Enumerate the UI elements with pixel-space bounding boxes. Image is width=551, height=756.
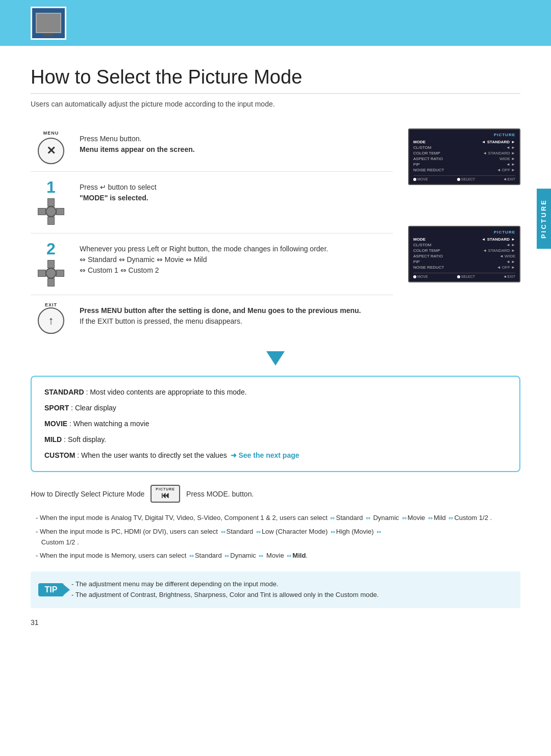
dpad2-right (56, 270, 64, 277)
tip-triangle (64, 585, 70, 595)
dpad-top (47, 198, 55, 206)
screen2-row-custom: CL/STOM ◄ ► (413, 242, 515, 248)
tip-line-1: - The adjustment menu may be different d… (71, 579, 510, 590)
screen2-row-mode: MODE ◄ STANDARD ► (413, 237, 515, 242)
dpad2-bottom (47, 278, 55, 286)
dpad-2 (37, 259, 65, 288)
step-icon-col-menu: MENU ✕ (31, 131, 71, 164)
tv-icon (36, 13, 61, 33)
menu-text-1: Press Menu button. (80, 134, 393, 144)
tip-line-2: - The adjustment of Contrast, Brightness… (71, 590, 510, 601)
dpad-bottom (47, 217, 55, 225)
picture-mode-button[interactable]: PICTURE ⏮ (151, 485, 180, 503)
see-next-page-link[interactable]: See the next page (238, 451, 299, 459)
screen1-row-aspect: ASPECT RATIO WIDE ► (413, 156, 515, 162)
tv-icon-box (31, 7, 66, 40)
step-1-text-2: "MODE" is selected. (80, 193, 393, 203)
arrow-connector (31, 351, 520, 366)
step-2-text: Whenever you press Left or Right button,… (80, 241, 393, 276)
step-2-row: 2 Whenever you press Left or Right butto… (31, 233, 393, 295)
step-1-row: 1 Press ↵ button to select "MODE" is sel… (31, 172, 393, 233)
dpad2-center (45, 268, 57, 279)
direct-select-suffix: Press MODE. button. (186, 490, 254, 498)
exit-step-text: Press MENU button after the setting is d… (80, 302, 393, 327)
screen-mock-2: PICTURE MODE ◄ STANDARD ► CL/STOM ◄ ► CO… (408, 226, 520, 282)
page-subtitle: Users can automatically adjust the pictu… (31, 100, 520, 108)
dpad-left (38, 208, 46, 215)
tip-label: TIP (38, 583, 64, 596)
steps-area: MENU ✕ Press Menu button. Menu items app… (31, 123, 520, 341)
screen2-footer: MOVE SELECT ■ EXIT (413, 273, 515, 278)
step-icon-col-1: 1 (31, 179, 71, 226)
screens-col: PICTURE MODE ◄ STANDARD ► CL/STOM ◄ ► CO… (408, 123, 520, 341)
page-number: 31 (31, 618, 520, 627)
note-3: - When the input mode is Memory, users c… (31, 551, 520, 561)
screen1-row-pip: PIP ◄ ► (413, 162, 515, 167)
screen2-row-colortemp: COLOR TEMP ◄ STANDARD ► (413, 248, 515, 253)
screen1-footer: MOVE SELECT ■ EXIT (413, 175, 515, 181)
exit-label: EXIT (45, 302, 57, 307)
info-custom: CUSTOM : When the user wants to directly… (44, 450, 507, 461)
spacer (408, 190, 520, 221)
menu-text-2: Menu items appear on the screen. (80, 144, 393, 155)
direct-select-row: How to Directly Select Picture Mode PICT… (31, 485, 520, 503)
menu-label: MENU (43, 131, 59, 136)
side-label: PICTURE (537, 189, 551, 249)
picture-btn-label: PICTURE (156, 487, 175, 491)
step-2-seq1: ⇔ Standard ⇔ Dynamic ⇔ Movie ⇔ Mild (80, 254, 393, 265)
screen1-title: PICTURE (413, 133, 515, 137)
screen1-row-noise: NOISE REDUCT ◄ OFF ► (413, 167, 515, 173)
dpad-1 (37, 197, 65, 226)
main-content: How to Select the Picture Mode Users can… (0, 46, 551, 647)
x-icon: ✕ (46, 144, 56, 158)
step-1-text: Press ↵ button to select "MODE" is selec… (80, 179, 393, 203)
page-title: How to Select the Picture Mode (31, 66, 520, 94)
arrow-down-icon (266, 351, 285, 366)
steps-left: MENU ✕ Press Menu button. Menu items app… (31, 123, 393, 341)
exit-button: ↑ (38, 307, 64, 334)
screen1-row-mode: MODE ◄ STANDARD ► (413, 139, 515, 145)
info-movie: MOVIE : When watching a movie (44, 419, 507, 429)
dpad2-top (47, 260, 55, 268)
step-icon-col-2: 2 (31, 241, 71, 288)
info-box: STANDARD : Most video contents are appro… (31, 376, 520, 472)
exit-text-normal: If the EXIT button is pressed, the menu … (80, 316, 393, 327)
screen1-row-custom: CL/STOM ◄ ► (413, 145, 515, 150)
step-number-2: 2 (46, 241, 56, 257)
dpad-center (45, 206, 57, 217)
info-sport: SPORT : Clear display (44, 403, 507, 413)
up-arrow-icon: ↑ (48, 314, 54, 327)
step-1-text-1: Press ↵ button to select (80, 182, 393, 193)
note-1: - When the input mode is Analog TV, Digi… (31, 513, 520, 524)
dpad2-left (38, 270, 46, 277)
step-2-main: Whenever you press Left or Right button,… (80, 244, 393, 254)
step-menu-row: MENU ✕ Press Menu button. Menu items app… (31, 123, 393, 172)
screen-mock-1: PICTURE MODE ◄ STANDARD ► CL/STOM ◄ ► CO… (408, 128, 520, 185)
menu-button: ✕ (38, 138, 64, 164)
dpad-right (56, 208, 64, 215)
exit-text-bold: Press MENU button after the setting is d… (80, 305, 393, 316)
picture-btn-symbol: ⏮ (161, 491, 169, 500)
screen1-row-colortemp: COLOR TEMP ◄ STANDARD ► (413, 150, 515, 156)
direct-select-prefix: How to Directly Select Picture Mode (31, 490, 144, 498)
tip-box: TIP - The adjustment menu may be differe… (31, 571, 520, 608)
screen2-row-pip: PIP ◄ ► (413, 259, 515, 265)
menu-step-text: Press Menu button. Menu items appear on … (80, 131, 393, 155)
screen2-row-noise: NOISE REDUCT ◄ OFF ► (413, 265, 515, 270)
note-2: - When the input mode is PC, HDMI (or DV… (31, 527, 520, 548)
exit-step-row: EXIT ↑ Press MENU button after the setti… (31, 295, 393, 341)
exit-icon-col: EXIT ↑ (31, 302, 71, 334)
info-mild: MILD : Soft display. (44, 434, 507, 445)
step-2-seq2: ⇔ Custom 1 ⇔ Custom 2 (80, 265, 393, 276)
info-standard: STANDARD : Most video contents are appro… (44, 387, 507, 398)
step-number-1: 1 (46, 179, 56, 195)
screen2-title: PICTURE (413, 230, 515, 234)
notes-section: - When the input mode is Analog TV, Digi… (31, 513, 520, 561)
screen2-row-aspect: ASPECT RATIO ◄ WIDE (413, 253, 515, 259)
top-header (0, 0, 551, 46)
